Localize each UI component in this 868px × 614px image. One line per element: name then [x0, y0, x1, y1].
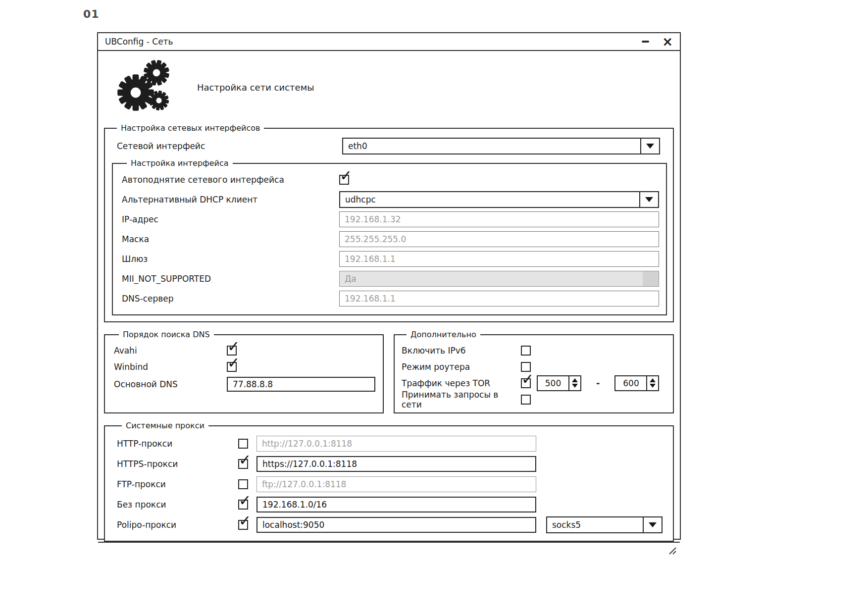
polipo-proxy-checkbox[interactable]	[238, 520, 248, 530]
tor-port-from-value: 500	[538, 376, 568, 390]
network-interface-dropdown[interactable]: eth0	[342, 138, 660, 154]
proxy-row-https: HTTPS-прокси	[117, 454, 668, 474]
row-gateway: Шлюз	[122, 249, 659, 269]
spinner-down-icon[interactable]	[572, 384, 578, 388]
minimize-icon	[642, 41, 649, 43]
https-proxy-input[interactable]	[256, 456, 536, 472]
row-network-interface: Сетевой интерфейс eth0	[112, 135, 660, 157]
proxy-row-http: HTTP-прокси	[117, 433, 668, 454]
polipo-proxy-type-value: socks5	[547, 517, 643, 532]
netmask-input[interactable]	[339, 231, 659, 247]
accept-requests-label: Принимать запросы в сети	[402, 390, 521, 409]
dns-server-label: DNS-сервер	[122, 294, 339, 304]
spinner-down-icon[interactable]	[650, 384, 656, 388]
chevron-down-icon	[645, 197, 653, 202]
primary-dns-label: Основной DNS	[114, 379, 227, 389]
ip-address-label: IP-адрес	[122, 214, 339, 224]
resize-grip[interactable]	[667, 546, 677, 556]
chevron-down-icon	[646, 144, 654, 149]
router-mode-label: Режим роутера	[402, 362, 521, 372]
row-ip-address: IP-адрес	[122, 209, 659, 229]
gears-icon	[117, 60, 172, 114]
winbind-checkbox[interactable]	[227, 362, 237, 372]
auto-up-label: Автоподнятие сетевого интерфейса	[122, 175, 339, 185]
avahi-label: Avahi	[114, 346, 227, 356]
tor-traffic-checkbox[interactable]	[521, 378, 531, 388]
auto-up-checkbox[interactable]	[339, 175, 349, 185]
ipv6-checkbox[interactable]	[521, 346, 531, 356]
group-system-proxies: Системные прокси HTTP-прокси HTTPS-прокс…	[104, 421, 674, 542]
status-bar	[98, 542, 680, 558]
group-network-interfaces-legend: Настройка сетевых интерфейсов	[117, 123, 264, 133]
group-network-interfaces: Настройка сетевых интерфейсов Сетевой ин…	[104, 123, 674, 322]
tor-port-to-spinner[interactable]: 600	[614, 375, 659, 391]
row-netmask: Маска	[122, 229, 659, 249]
http-proxy-label: HTTP-прокси	[117, 439, 238, 449]
tor-traffic-label: Траффик через TOR	[402, 378, 521, 388]
winbind-label: Winbind	[114, 362, 227, 372]
gateway-input[interactable]	[339, 251, 659, 267]
no-proxy-checkbox[interactable]	[238, 500, 248, 510]
netmask-label: Маска	[122, 234, 339, 244]
no-proxy-input[interactable]	[256, 497, 536, 512]
polipo-proxy-type-dropdown-button[interactable]	[643, 517, 662, 532]
ip-address-input[interactable]	[339, 211, 659, 227]
polipo-proxy-type-dropdown[interactable]: socks5	[546, 516, 663, 533]
row-router-mode: Режим роутера	[402, 358, 667, 375]
group-dns-order-legend: Порядок поиска DNS	[119, 330, 214, 339]
group-additional: Дополнительно Включить IPv6 Режим роутер…	[394, 330, 674, 413]
dhcp-client-dropdown[interactable]: udhcpc	[339, 191, 659, 208]
row-dns-server: DNS-сервер	[122, 289, 659, 308]
window-content: Настройка сети системы Настройка сетевых…	[98, 51, 680, 542]
spinner-up-icon[interactable]	[572, 378, 578, 382]
dns-server-input[interactable]	[339, 291, 659, 307]
tor-port-to-value: 600	[615, 376, 646, 390]
proxy-row-ftp: FTP-прокси	[117, 474, 668, 494]
dhcp-client-label: Альтернативный DHCP клиент	[122, 195, 339, 205]
close-button[interactable]: ×	[662, 37, 673, 47]
ftp-proxy-checkbox[interactable]	[238, 479, 248, 489]
tor-port-from-spin-buttons	[568, 376, 580, 390]
network-interface-label: Сетевой интерфейс	[117, 141, 342, 151]
primary-dns-input[interactable]	[227, 377, 375, 392]
window-controls: ×	[642, 37, 673, 47]
tor-port-from-spinner[interactable]: 500	[537, 375, 581, 391]
figure-label: 01	[83, 8, 100, 20]
row-avahi: Avahi	[114, 342, 376, 358]
proxy-row-no-proxy: Без прокси	[117, 494, 668, 514]
row-ipv6: Включить IPv6	[402, 342, 667, 358]
titlebar: UBConfig - Сеть ×	[98, 33, 680, 51]
port-range-dash: -	[596, 378, 600, 388]
ipv6-label: Включить IPv6	[402, 346, 521, 356]
mii-not-supported-field	[339, 271, 659, 287]
dhcp-client-dropdown-button[interactable]	[639, 192, 658, 207]
group-interface-settings: Настройка интерфейса Автоподнятие сетево…	[112, 158, 667, 315]
http-proxy-checkbox[interactable]	[238, 439, 248, 449]
row-winbind: Winbind	[114, 358, 376, 375]
polipo-proxy-label: Polipo-прокси	[117, 520, 238, 530]
network-interface-dropdown-button[interactable]	[640, 139, 659, 154]
gateway-label: Шлюз	[122, 254, 339, 264]
row-tor-traffic: Траффик через TOR 500 - 600	[402, 375, 667, 391]
chevron-down-icon	[649, 522, 657, 527]
https-proxy-checkbox[interactable]	[238, 459, 248, 469]
ftp-proxy-label: FTP-прокси	[117, 479, 238, 489]
minimize-button[interactable]	[642, 37, 649, 47]
ubconfig-window: UBConfig - Сеть ×	[97, 32, 681, 540]
https-proxy-label: HTTPS-прокси	[117, 459, 238, 469]
proxy-row-polipo: Polipo-прокси socks5	[117, 514, 668, 535]
mii-not-supported-label: MII_NOT_SUPPORTED	[122, 274, 339, 284]
row-auto-up: Автоподнятие сетевого интерфейса	[122, 170, 659, 190]
row-accept-requests: Принимать запросы в сети	[402, 391, 667, 408]
ftp-proxy-input[interactable]	[256, 476, 536, 492]
network-interface-value: eth0	[343, 139, 640, 154]
polipo-proxy-input[interactable]	[256, 517, 536, 533]
group-additional-legend: Дополнительно	[407, 330, 480, 339]
spinner-up-icon[interactable]	[650, 378, 656, 382]
accept-requests-checkbox[interactable]	[521, 395, 531, 405]
tor-port-to-spin-buttons	[646, 376, 658, 390]
row-mii-not-supported: MII_NOT_SUPPORTED	[122, 269, 659, 289]
http-proxy-input[interactable]	[256, 436, 536, 452]
middle-columns: Порядок поиска DNS Avahi Winbind Основно…	[104, 330, 674, 413]
no-proxy-label: Без прокси	[117, 500, 238, 510]
